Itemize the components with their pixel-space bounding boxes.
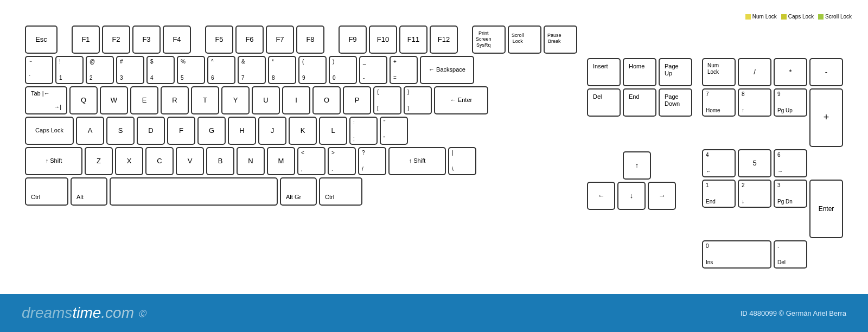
key-end[interactable]: End [623, 88, 656, 117]
key-semicolon[interactable]: : ; [349, 117, 378, 145]
key-quote[interactable]: " ' [380, 117, 408, 145]
key-0[interactable]: ) 0 [329, 56, 357, 84]
key-m[interactable]: M [267, 147, 295, 175]
key-printscreen[interactable]: PrintScreenSysRq [472, 25, 506, 54]
key-z[interactable]: Z [85, 147, 113, 175]
key-7[interactable]: & 7 [238, 56, 266, 84]
key-space[interactable] [110, 177, 278, 206]
key-k[interactable]: K [289, 117, 317, 145]
key-t[interactable]: T [191, 86, 219, 114]
key-8[interactable]: * 8 [268, 56, 296, 84]
key-comma[interactable]: < , [297, 147, 326, 175]
key-g[interactable]: G [197, 117, 226, 145]
key-1[interactable]: ! 1 [55, 56, 84, 84]
key-delete[interactable]: Del [587, 88, 621, 117]
key-a[interactable]: A [76, 117, 104, 145]
key-b[interactable]: B [206, 147, 234, 175]
key-num-4[interactable]: 4 ← [702, 149, 736, 177]
key-d[interactable]: D [137, 117, 165, 145]
key-s[interactable]: S [106, 117, 135, 145]
key-backspace[interactable]: ← Backspace [420, 56, 474, 84]
key-f1[interactable]: F1 [72, 25, 100, 54]
key-q[interactable]: Q [69, 86, 98, 114]
key-shift-right[interactable]: ↑ Shift [388, 147, 446, 175]
key-f8[interactable]: F8 [296, 25, 324, 54]
key-pause[interactable]: PauseBreak [544, 25, 577, 54]
key-f4[interactable]: F4 [163, 25, 191, 54]
key-alt-left[interactable]: Alt [71, 177, 107, 206]
key-arrow-down[interactable]: ↓ [617, 182, 646, 210]
key-esc[interactable]: Esc [25, 25, 58, 54]
key-r[interactable]: R [161, 86, 189, 114]
key-f11[interactable]: F11 [399, 25, 427, 54]
key-num-0[interactable]: 0 Ins [702, 240, 771, 269]
key-2[interactable]: @ 2 [86, 56, 114, 84]
key-enter[interactable]: ← Enter [434, 86, 488, 114]
key-f12[interactable]: F12 [430, 25, 458, 54]
key-v[interactable]: V [176, 147, 204, 175]
key-arrow-up[interactable]: ↑ [623, 151, 651, 180]
key-pageup[interactable]: PageUp [659, 58, 692, 86]
key-period[interactable]: > . [328, 147, 356, 175]
key-backslash[interactable]: | \ [448, 147, 476, 175]
key-num-3[interactable]: 3 Pg Dn [774, 180, 807, 208]
key-f5[interactable]: F5 [205, 25, 233, 54]
key-num-8[interactable]: 8 ↑ [738, 88, 771, 117]
key-num-multiply[interactable]: * [774, 58, 807, 86]
key-num-divide[interactable]: / [738, 58, 771, 86]
key-f7[interactable]: F7 [266, 25, 294, 54]
key-numlock[interactable]: NumLock [702, 58, 736, 86]
key-9[interactable]: ( 9 [298, 56, 327, 84]
key-num-5[interactable]: 5 [738, 149, 771, 177]
key-num-2[interactable]: 2 ↓ [738, 180, 771, 208]
key-rbracket[interactable]: } ] [404, 86, 432, 114]
key-ctrl-left[interactable]: Ctrl [25, 177, 68, 206]
key-3[interactable]: # 3 [116, 56, 144, 84]
key-backtick[interactable]: ~ ` [25, 56, 53, 84]
key-5[interactable]: % 5 [177, 56, 205, 84]
key-capslock[interactable]: Caps Lock [25, 117, 74, 145]
key-f3[interactable]: F3 [132, 25, 161, 54]
key-num-enter[interactable]: Enter [809, 180, 843, 238]
key-num-minus[interactable]: - [809, 58, 843, 86]
key-lbracket[interactable]: { [ [373, 86, 401, 114]
key-f[interactable]: F [167, 117, 195, 145]
key-n[interactable]: N [237, 147, 265, 175]
key-arrow-right[interactable]: → [648, 182, 676, 210]
key-e[interactable]: E [130, 86, 158, 114]
key-u[interactable]: U [252, 86, 280, 114]
key-tab[interactable]: Tab |← →| [25, 86, 67, 114]
key-equals[interactable]: + = [390, 56, 418, 84]
key-scrolllock[interactable]: ScrollLock [508, 25, 541, 54]
key-arrow-left[interactable]: ← [587, 182, 615, 210]
key-w[interactable]: W [100, 86, 128, 114]
key-num-decimal[interactable]: . Del [774, 240, 807, 269]
key-num-plus[interactable]: + [809, 88, 843, 147]
key-pagedown[interactable]: PageDown [659, 88, 692, 117]
key-f10[interactable]: F10 [369, 25, 397, 54]
key-insert[interactable]: Insert [587, 58, 621, 86]
key-c[interactable]: C [145, 147, 174, 175]
key-f9[interactable]: F9 [339, 25, 367, 54]
key-l[interactable]: L [319, 117, 347, 145]
key-altgr[interactable]: Alt Gr [280, 177, 317, 206]
key-f6[interactable]: F6 [235, 25, 264, 54]
key-j[interactable]: J [258, 117, 286, 145]
key-slash[interactable]: ? / [358, 147, 386, 175]
key-x[interactable]: X [115, 147, 143, 175]
key-p[interactable]: P [343, 86, 371, 114]
key-6[interactable]: ^ 6 [207, 56, 235, 84]
key-ctrl-right[interactable]: Ctrl [319, 177, 362, 206]
key-h[interactable]: H [228, 117, 256, 145]
key-num-7[interactable]: 7 Home [702, 88, 736, 117]
key-4[interactable]: $ 4 [146, 56, 175, 84]
key-home[interactable]: Home [623, 58, 656, 86]
key-shift-left[interactable]: ↑ Shift [25, 147, 82, 175]
key-num-6[interactable]: 6 → [774, 149, 807, 177]
key-y[interactable]: Y [221, 86, 250, 114]
key-minus[interactable]: _ - [359, 56, 387, 84]
key-o[interactable]: O [312, 86, 341, 114]
key-i[interactable]: I [282, 86, 310, 114]
key-num-9[interactable]: 9 Pg Up [774, 88, 807, 117]
key-f2[interactable]: F2 [102, 25, 130, 54]
